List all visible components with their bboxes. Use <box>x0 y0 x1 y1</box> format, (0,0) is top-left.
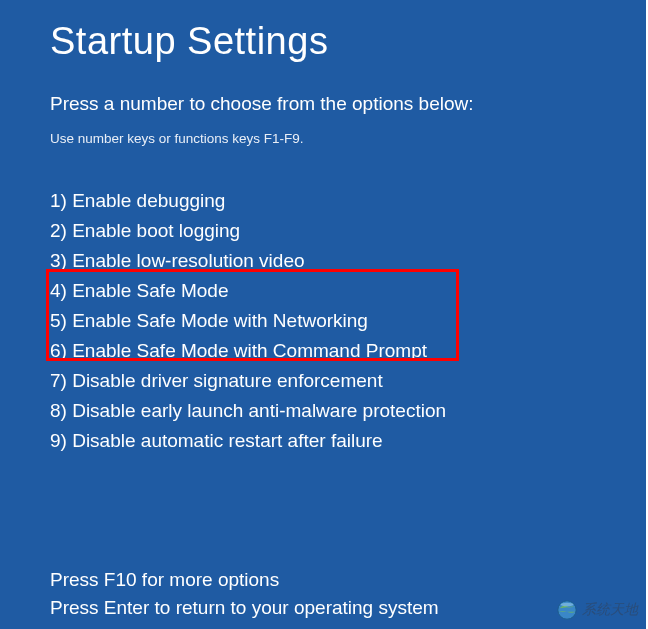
svg-point-1 <box>561 603 574 607</box>
subtitle-text: Press a number to choose from the option… <box>50 93 598 115</box>
option-3[interactable]: 3) Enable low-resolution video <box>50 246 598 276</box>
startup-settings-screen: Startup Settings Press a number to choos… <box>0 0 648 622</box>
options-list: 1) Enable debugging 2) Enable boot loggi… <box>50 186 598 456</box>
option-4[interactable]: 4) Enable Safe Mode <box>50 276 598 306</box>
option-2[interactable]: 2) Enable boot logging <box>50 216 598 246</box>
globe-icon <box>556 599 578 621</box>
footer-more-options: Press F10 for more options <box>50 566 598 594</box>
hint-text: Use number keys or functions keys F1-F9. <box>50 131 598 146</box>
option-5[interactable]: 5) Enable Safe Mode with Networking <box>50 306 598 336</box>
footer-return: Press Enter to return to your operating … <box>50 594 598 622</box>
watermark-text: 系统天地 <box>582 601 638 619</box>
option-7[interactable]: 7) Disable driver signature enforcement <box>50 366 598 396</box>
page-title: Startup Settings <box>50 20 598 63</box>
option-1[interactable]: 1) Enable debugging <box>50 186 598 216</box>
watermark: 系统天地 <box>556 599 638 621</box>
option-8[interactable]: 8) Disable early launch anti-malware pro… <box>50 396 598 426</box>
footer-instructions: Press F10 for more options Press Enter t… <box>50 566 598 622</box>
option-6[interactable]: 6) Enable Safe Mode with Command Prompt <box>50 336 598 366</box>
option-9[interactable]: 9) Disable automatic restart after failu… <box>50 426 598 456</box>
